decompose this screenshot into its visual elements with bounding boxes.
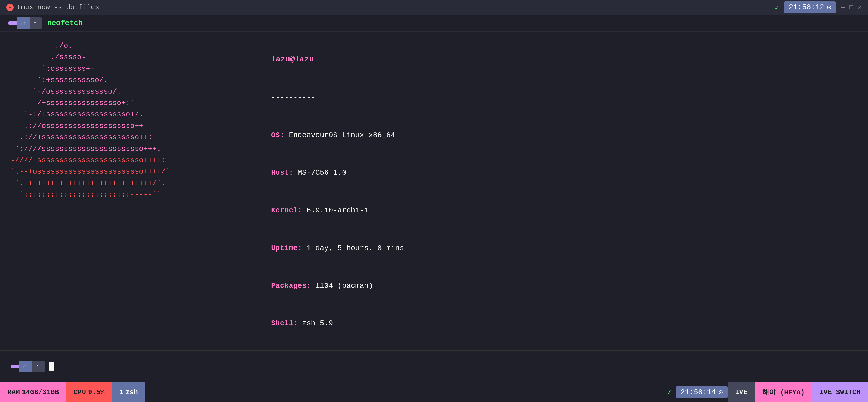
ascii-line: `:osssssss+- bbox=[10, 63, 211, 74]
user-host: lazu@lazu bbox=[271, 55, 314, 64]
bottom-pane: ⌂ ~ █ bbox=[0, 350, 868, 382]
value-shell: zsh 5.9 bbox=[302, 319, 333, 327]
clock-icon-2: ⊙ bbox=[718, 388, 723, 397]
maximize-button[interactable]: □ bbox=[849, 4, 853, 11]
statusbar-left: RAM 14GB/31GB CPU 9.5% 1 zsh bbox=[0, 382, 145, 402]
info-shell: Shell: zsh 5.9 bbox=[227, 305, 858, 342]
prompt-tilde-segment: ~ bbox=[32, 361, 45, 372]
top-tilde-text: ~ bbox=[34, 19, 38, 27]
value-kernel: 6.9.10-arch1-1 bbox=[306, 206, 368, 214]
titlebar-left: ❖ tmux new -s dotfiles bbox=[6, 3, 99, 11]
ascii-line: `:+sssssssssso/. bbox=[10, 74, 211, 86]
separator-line: ---------- bbox=[227, 79, 858, 116]
cpu-value: 9.5% bbox=[88, 388, 104, 396]
statusbar-right: ✓ 21:58:14 ⊙ IVE 해야 (HEYA) IVE SWITCH bbox=[667, 382, 868, 402]
top-arch-segment bbox=[8, 21, 17, 25]
terminal-pane: ./o. ./sssso- `:osssssss+- `:+ssssssssss… bbox=[0, 32, 868, 350]
titlebar-title: tmux new -s dotfiles bbox=[17, 3, 99, 11]
separator: ---------- bbox=[271, 93, 315, 101]
ascii-line: ./o. bbox=[10, 40, 211, 52]
close-button[interactable]: ✕ bbox=[858, 3, 862, 11]
info-uptime: Uptime: 1 day, 5 hours, 8 mins bbox=[227, 229, 858, 267]
ascii-line: -////+ssssssssssssssssssssssso++++: bbox=[10, 155, 211, 166]
prompt-cursor: █ bbox=[49, 362, 54, 371]
ascii-line: .://+ssssssssssssssssssssso++: bbox=[10, 132, 211, 143]
switch-label: IVE SWITCH bbox=[819, 388, 861, 396]
ascii-line: `.+++++++++++++++++++++++++++++/`. bbox=[10, 178, 211, 189]
status-switch[interactable]: IVE SWITCH bbox=[812, 382, 868, 402]
ive-label: IVE bbox=[735, 388, 747, 396]
info-host: Host: MS-7C56 1.0 bbox=[227, 154, 858, 192]
status-zsh[interactable]: 1 zsh bbox=[112, 382, 145, 402]
info-resolution: Resolution: 3440x1440 bbox=[227, 342, 858, 350]
check-icon-2: ✓ bbox=[667, 388, 672, 397]
top-tilde-segment: ~ bbox=[30, 17, 42, 29]
minimize-button[interactable]: — bbox=[841, 4, 844, 11]
top-command: neofetch bbox=[47, 19, 83, 27]
info-kernel: Kernel: 6.9.10-arch1-1 bbox=[227, 192, 858, 229]
heya-label: 해야 (HEYA) bbox=[762, 388, 805, 397]
window: ❖ tmux new -s dotfiles ✓ 21:58:12 ⊙ — □ … bbox=[0, 0, 868, 402]
clock-time: 21:58:12 bbox=[788, 3, 824, 11]
titlebar-right: ✓ 21:58:12 ⊙ — □ ✕ bbox=[775, 1, 862, 13]
status-ive[interactable]: IVE bbox=[728, 382, 755, 402]
titlebar: ❖ tmux new -s dotfiles ✓ 21:58:12 ⊙ — □ … bbox=[0, 0, 868, 15]
top-home-icon: ⌂ bbox=[21, 19, 25, 27]
top-prompt-bar: ⌂ ~ neofetch bbox=[0, 15, 868, 32]
ascii-line: ./sssso- bbox=[10, 52, 211, 63]
status-heya[interactable]: 해야 (HEYA) bbox=[755, 382, 812, 402]
info-packages: Packages: 1104 (pacman) bbox=[227, 267, 858, 305]
ascii-line: `-/+sssssssssssssssso+:` bbox=[10, 97, 211, 109]
main-content: ./o. ./sssso- `:osssssss+- `:+ssssssssss… bbox=[0, 32, 868, 382]
label-kernel: Kernel: bbox=[271, 206, 306, 214]
window-icon: ❖ bbox=[6, 4, 14, 11]
label-uptime: Uptime: bbox=[271, 244, 306, 252]
prompt-home-segment: ⌂ bbox=[19, 361, 32, 372]
prompt-segment: ⌂ ~ █ bbox=[10, 359, 54, 374]
clock-icon: ⊙ bbox=[827, 3, 831, 12]
prompt-tilde-text: ~ bbox=[36, 363, 41, 371]
statusbar-clock: 21:58:14 ⊙ bbox=[676, 386, 728, 398]
value-os: EndeavourOS Linux x86_64 bbox=[289, 131, 395, 139]
prompt-home-icon: ⌂ bbox=[23, 363, 28, 371]
clock-time-2: 21:58:14 bbox=[681, 388, 716, 396]
ascii-line: `-:/+sssssssssssssssssso+/. bbox=[10, 109, 211, 120]
cpu-label: CPU bbox=[73, 388, 86, 396]
status-cpu: CPU 9.5% bbox=[66, 382, 112, 402]
check-icon: ✓ bbox=[775, 3, 779, 12]
ascii-line: `.://ossssssssssssssssssso++- bbox=[10, 120, 211, 132]
neofetch-info: lazu@lazu ---------- OS: EndeavourOS Lin… bbox=[211, 40, 858, 342]
ram-value: 14GB/31GB bbox=[22, 388, 59, 396]
status-ram: RAM 14GB/31GB bbox=[0, 382, 66, 402]
prompt-arch-segment bbox=[10, 365, 19, 368]
ascii-line: `:////sssssssssssssssssssssso+++. bbox=[10, 143, 211, 155]
ascii-line: `-/ossssssssssssso/. bbox=[10, 86, 211, 97]
ascii-art: ./o. ./sssso- `:osssssss+- `:+ssssssssss… bbox=[10, 40, 211, 342]
user-host-line: lazu@lazu bbox=[227, 40, 858, 79]
label-os: OS: bbox=[271, 131, 289, 139]
label-shell: Shell: bbox=[271, 319, 302, 327]
info-os: OS: EndeavourOS Linux x86_64 bbox=[227, 116, 858, 154]
titlebar-clock: 21:58:12 ⊙ bbox=[784, 1, 836, 13]
value-host: MS-7C56 1.0 bbox=[298, 168, 346, 177]
statusbar: RAM 14GB/31GB CPU 9.5% 1 zsh ✓ 21:58:14 … bbox=[0, 382, 868, 402]
ascii-line: `.--+ossssssssssssssssssssssso++++/` bbox=[10, 166, 211, 177]
value-uptime: 1 day, 5 hours, 8 mins bbox=[306, 244, 404, 252]
zsh-label: zsh bbox=[125, 388, 138, 396]
top-home-segment: ⌂ bbox=[17, 17, 30, 29]
label-host: Host: bbox=[271, 168, 298, 177]
ram-label: RAM bbox=[7, 388, 20, 396]
label-packages: Packages: bbox=[271, 282, 315, 290]
zsh-num: 1 bbox=[119, 388, 123, 396]
value-packages: 1104 (pacman) bbox=[315, 282, 373, 290]
ascii-line: `::::::::::::::::::::::::-----`` bbox=[10, 189, 211, 200]
